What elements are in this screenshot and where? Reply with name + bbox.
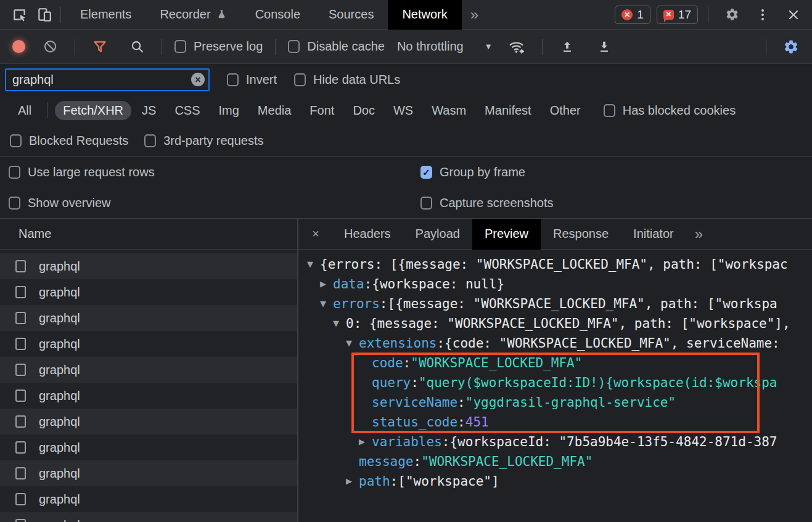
tree-line[interactable]: ▼0: {message: "WORKSPACE_LOCKED_MFA", pa… (307, 314, 812, 333)
more-options-button[interactable] (750, 2, 775, 27)
tree-line[interactable]: ▶data{workspace: null} (307, 274, 812, 294)
more-tabs-button[interactable]: » (462, 6, 487, 23)
tree-line[interactable]: ▶variables{workspaceId: "7b5a9b4e-13f5-4… (307, 432, 812, 452)
use-large-rows-checkbox[interactable] (9, 166, 20, 179)
tree-line[interactable]: ▼{errors: [{message: "WORKSPACE_LOCKED_M… (307, 255, 812, 274)
devtools-settings-button[interactable] (720, 2, 744, 27)
request-checkbox[interactable] (15, 312, 26, 324)
request-checkbox[interactable] (15, 467, 26, 479)
tree-line[interactable]: ▼extensions{code: "WORKSPACE_LOCKED_MFA"… (307, 333, 812, 353)
device-toolbar-button[interactable] (32, 2, 57, 27)
filter-pill-fetch-xhr[interactable]: Fetch/XHR (55, 101, 131, 120)
request-row[interactable]: graphql (0, 434, 297, 460)
show-overview-checkbox[interactable] (9, 197, 20, 210)
disclosure-arrow-icon[interactable]: ▼ (320, 294, 333, 314)
tree-line[interactable]: ▶path["workspace"] (307, 471, 812, 491)
error-badge[interactable]: ✕ 1 (615, 6, 650, 24)
disclosure-arrow-icon[interactable]: ▶ (320, 274, 333, 294)
request-checkbox[interactable] (15, 389, 26, 402)
filter-pill-other[interactable]: Other (542, 101, 589, 120)
tab-sources[interactable]: Sources (314, 0, 388, 30)
disclosure-arrow-icon[interactable]: ▼ (333, 314, 346, 333)
tree-line[interactable]: serviceName"yggdrasil-graphql-service" (307, 393, 812, 412)
disable-cache-checkbox[interactable] (288, 40, 300, 53)
capture-screenshots-checkbox[interactable] (420, 197, 432, 210)
group-by-frame-checkbox[interactable] (420, 166, 432, 179)
request-checkbox[interactable] (15, 493, 26, 505)
request-row[interactable]: graphql (0, 512, 297, 522)
issues-badge[interactable]: ✕ 17 (657, 6, 698, 24)
network-conditions-button[interactable] (505, 35, 530, 59)
tree-line[interactable]: status_code451 (307, 412, 812, 432)
preserve-log-control[interactable]: Preserve log (174, 39, 263, 54)
disclosure-arrow-icon[interactable]: ▼ (307, 255, 320, 274)
request-checkbox[interactable] (15, 415, 26, 428)
request-list[interactable]: graphql graphql graphql graphql graphql … (0, 250, 297, 522)
filter-input[interactable] (6, 70, 208, 90)
import-har-button[interactable] (555, 35, 580, 59)
tree-line[interactable]: query"query($workspaceId:ID!){workspace(… (307, 373, 812, 393)
capture-screenshots-control[interactable]: Capture screenshots (420, 196, 812, 210)
close-devtools-button[interactable] (781, 2, 806, 27)
tab-recorder[interactable]: Recorder (146, 0, 240, 30)
tab-response[interactable]: Response (541, 219, 621, 250)
filter-pill-doc[interactable]: Doc (345, 101, 383, 120)
disclosure-arrow-icon[interactable]: ▶ (359, 432, 372, 452)
blocked-requests-control[interactable]: Blocked Requests (10, 134, 128, 148)
request-row[interactable]: graphql (0, 460, 297, 486)
third-party-checkbox[interactable] (144, 134, 156, 147)
request-row[interactable]: graphql (0, 486, 297, 512)
tab-preview[interactable]: Preview (472, 219, 541, 250)
filter-pill-media[interactable]: Media (250, 101, 299, 120)
disclosure-arrow-icon[interactable]: ▶ (346, 471, 359, 491)
hide-data-urls-checkbox[interactable] (294, 73, 306, 86)
filter-pill-wasm[interactable]: Wasm (424, 101, 474, 120)
invert-checkbox[interactable] (227, 73, 239, 86)
use-large-rows-control[interactable]: Use large request rows (9, 165, 420, 179)
filter-pill-img[interactable]: Img (211, 101, 247, 120)
tree-line[interactable]: ▼errors[{message: "WORKSPACE_LOCKED_MFA"… (307, 294, 812, 314)
filter-pill-font[interactable]: Font (301, 101, 342, 120)
filter-toggle-button[interactable] (88, 35, 112, 59)
close-detail-button[interactable]: × (306, 227, 326, 241)
disclosure-arrow-icon[interactable]: ▼ (346, 333, 359, 353)
clear-requests-button[interactable] (38, 35, 62, 59)
request-row[interactable]: graphql (0, 253, 297, 279)
request-checkbox[interactable] (15, 286, 26, 298)
invert-control[interactable]: Invert (227, 73, 277, 87)
request-checkbox[interactable] (15, 519, 26, 522)
preserve-log-checkbox[interactable] (174, 40, 186, 53)
more-detail-tabs-button[interactable]: » (686, 226, 712, 243)
tree-line[interactable]: code"WORKSPACE_LOCKED_MFA" (307, 353, 812, 373)
throttling-select[interactable]: No throttling ▼ (397, 39, 493, 54)
tree-line[interactable]: message"WORKSPACE_LOCKED_MFA" (307, 452, 812, 471)
request-checkbox[interactable] (15, 364, 26, 376)
filter-pill-manifest[interactable]: Manifest (477, 101, 539, 120)
network-settings-button[interactable] (779, 35, 803, 59)
third-party-control[interactable]: 3rd-party requests (144, 134, 263, 148)
request-checkbox[interactable] (15, 260, 26, 272)
tab-elements[interactable]: Elements (66, 0, 146, 30)
export-har-button[interactable] (592, 35, 617, 59)
inspect-element-button[interactable] (7, 2, 32, 27)
request-row[interactable]: graphql (0, 279, 297, 305)
group-by-frame-control[interactable]: Group by frame (420, 165, 812, 179)
clear-filter-icon[interactable]: ✕ (191, 73, 205, 86)
tab-console[interactable]: Console (241, 0, 314, 30)
filter-pill-js[interactable]: JS (134, 101, 164, 120)
request-row[interactable]: graphql (0, 305, 297, 331)
search-button[interactable] (125, 35, 149, 59)
tab-payload[interactable]: Payload (403, 219, 472, 250)
request-row[interactable]: graphql (0, 383, 297, 409)
show-overview-control[interactable]: Show overview (9, 196, 420, 210)
request-row[interactable]: graphql (0, 409, 297, 434)
has-blocked-cookies-checkbox[interactable] (604, 104, 615, 117)
request-row[interactable]: graphql (0, 331, 297, 357)
blocked-requests-checkbox[interactable] (10, 134, 22, 147)
name-column-header[interactable]: Name (0, 219, 297, 250)
has-blocked-cookies-control[interactable]: Has blocked cookies (604, 104, 736, 118)
filter-pill-ws[interactable]: WS (385, 101, 421, 120)
tab-network[interactable]: Network (388, 0, 461, 30)
request-checkbox[interactable] (15, 441, 26, 454)
disable-cache-control[interactable]: Disable cache (288, 39, 385, 54)
